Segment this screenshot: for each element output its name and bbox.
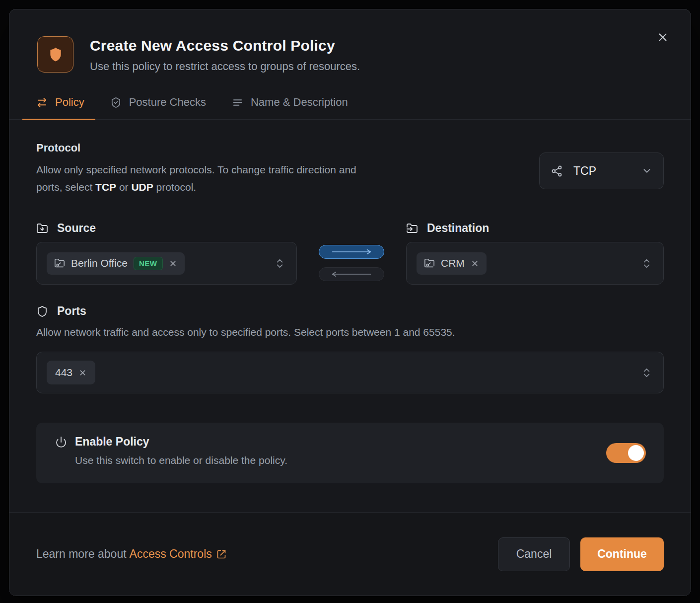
source-header: Source xyxy=(36,222,297,235)
enable-policy-header: Enable Policy xyxy=(55,435,646,449)
protocol-heading: Protocol xyxy=(36,142,364,154)
ports-section: Ports Allow network traffic and access o… xyxy=(36,304,664,393)
shield-check-icon xyxy=(110,97,122,108)
port-tag-443: 443 xyxy=(47,361,95,384)
protocol-desc-or: or xyxy=(116,181,131,193)
traffic-direction-controls xyxy=(319,222,384,285)
tab-posture-checks[interactable]: Posture Checks xyxy=(110,96,206,119)
tab-name-description[interactable]: Name & Description xyxy=(232,96,348,119)
power-icon xyxy=(55,436,67,448)
continue-button[interactable]: Continue xyxy=(580,537,664,571)
footer-actions: Cancel Continue xyxy=(498,537,664,571)
toggle-knob xyxy=(628,445,644,461)
destination-tag-label: CRM xyxy=(441,257,465,269)
chevrons-up-down-icon xyxy=(641,367,652,378)
ports-select[interactable]: 443 xyxy=(36,352,664,393)
close-icon xyxy=(656,31,669,44)
source-column: Source Berlin Office NEW xyxy=(36,222,297,285)
source-select[interactable]: Berlin Office NEW xyxy=(36,242,297,285)
modal-footer: Learn more about Access Controls Cancel … xyxy=(9,512,691,596)
tab-posture-checks-label: Posture Checks xyxy=(129,96,206,109)
ports-header: Ports xyxy=(36,304,664,318)
folder-down-icon xyxy=(36,223,48,234)
access-controls-link-label: Access Controls xyxy=(130,547,212,561)
chevron-down-icon xyxy=(641,165,652,176)
modal-header: Create New Access Control Policy Use thi… xyxy=(9,9,691,73)
x-icon xyxy=(78,369,87,377)
source-heading: Source xyxy=(57,222,96,235)
source-tag-berlin-office: Berlin Office NEW xyxy=(47,252,185,275)
x-icon xyxy=(169,259,177,268)
protocol-section: Protocol Allow only specified network pr… xyxy=(36,142,664,196)
ports-description: Allow network traffic and access only to… xyxy=(36,323,664,341)
protocol-desc-udp: UDP xyxy=(131,181,153,193)
protocol-desc-tcp: TCP xyxy=(95,181,116,193)
modal-subtitle: Use this policy to restrict access to gr… xyxy=(90,60,360,73)
text-lines-icon xyxy=(232,97,243,108)
folder-git-icon xyxy=(424,258,435,269)
x-icon xyxy=(471,259,479,268)
enable-policy-toggle[interactable] xyxy=(606,443,646,463)
arrow-left-icon xyxy=(329,271,374,277)
destination-heading: Destination xyxy=(427,222,489,235)
external-link-icon xyxy=(216,549,226,559)
destination-column: Destination CRM xyxy=(406,222,664,285)
direction-right-button[interactable] xyxy=(319,245,384,259)
close-button[interactable] xyxy=(655,29,671,45)
modal-header-text: Create New Access Control Policy Use thi… xyxy=(90,36,360,73)
remove-source-tag-button[interactable] xyxy=(169,259,177,268)
access-controls-link[interactable]: Access Controls xyxy=(130,547,226,561)
destination-header: Destination xyxy=(406,222,664,235)
protocol-desc-prefix: Allow only specified network protocols. … xyxy=(36,164,356,193)
folder-git-icon xyxy=(54,258,65,269)
port-tag-label: 443 xyxy=(55,367,72,378)
shield-icon xyxy=(36,305,48,317)
chevrons-up-down-icon xyxy=(274,258,285,269)
source-tag-label: Berlin Office xyxy=(71,257,128,269)
modal-tabs: Policy Posture Checks Name & Description xyxy=(9,96,691,120)
enable-policy-description: Use this switch to enable or disable the… xyxy=(55,454,646,466)
learn-more-text: Learn more about Access Controls xyxy=(36,547,226,561)
remove-destination-tag-button[interactable] xyxy=(471,259,479,268)
chevrons-up-down-icon xyxy=(641,258,652,269)
enable-policy-heading: Enable Policy xyxy=(75,435,149,449)
protocol-desc-suffix: protocol. xyxy=(153,181,196,193)
create-access-policy-modal: Create New Access Control Policy Use thi… xyxy=(9,9,691,596)
arrow-right-left-icon xyxy=(36,97,48,108)
protocol-description: Allow only specified network protocols. … xyxy=(36,161,364,196)
arrow-right-icon xyxy=(329,249,374,255)
protocol-text: Protocol Allow only specified network pr… xyxy=(36,142,364,196)
modal-content: Protocol Allow only specified network pr… xyxy=(9,120,691,512)
source-destination-row: Source Berlin Office NEW xyxy=(36,222,664,285)
modal-title: Create New Access Control Policy xyxy=(90,37,360,54)
direction-left-button[interactable] xyxy=(319,267,384,281)
tab-policy[interactable]: Policy xyxy=(36,96,84,119)
policy-shield-icon xyxy=(37,36,73,73)
new-badge: NEW xyxy=(134,257,163,270)
remove-port-tag-button[interactable] xyxy=(78,369,87,377)
protocol-share-icon xyxy=(551,165,563,177)
tab-policy-label: Policy xyxy=(55,96,84,109)
learn-more-prefix: Learn more about xyxy=(36,547,127,561)
tab-name-description-label: Name & Description xyxy=(251,96,348,109)
ports-heading: Ports xyxy=(57,304,86,318)
folder-input-icon xyxy=(406,223,418,234)
enable-policy-card: Enable Policy Use this switch to enable … xyxy=(36,423,664,483)
destination-tag-crm: CRM xyxy=(417,252,487,275)
destination-select[interactable]: CRM xyxy=(406,242,664,285)
cancel-button[interactable]: Cancel xyxy=(498,537,570,571)
protocol-selected-value: TCP xyxy=(573,164,596,178)
protocol-select[interactable]: TCP xyxy=(539,152,664,189)
